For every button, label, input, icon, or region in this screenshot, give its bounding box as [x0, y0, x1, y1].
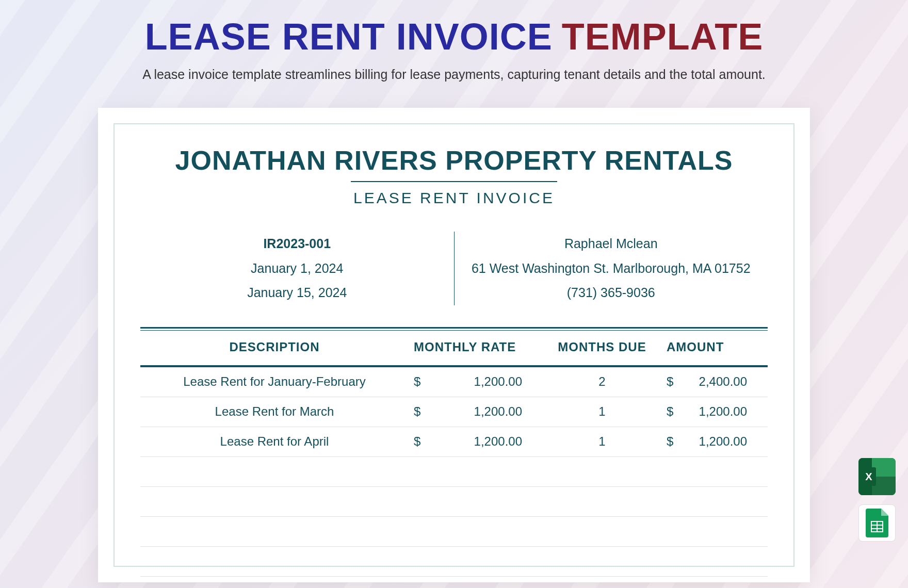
table-header-row: DESCRIPTION MONTHLY RATE MONTHS DUE AMOU… [140, 331, 768, 364]
table-row-empty [140, 547, 768, 577]
svg-rect-3 [872, 526, 877, 528]
cell-rate: $1,200.00 [409, 374, 543, 389]
format-icons [858, 458, 896, 542]
cell-description: Lease Rent for April [140, 434, 409, 449]
table-body: Lease Rent for January-February$1,200.00… [140, 367, 768, 589]
svg-rect-1 [872, 522, 877, 525]
document-card: JONATHAN RIVERS PROPERTY RENTALS LEASE R… [98, 108, 810, 582]
meta-row: IR2023-001 January 1, 2024 January 15, 2… [140, 232, 768, 305]
cell-rate: $1,200.00 [409, 434, 543, 449]
meta-right-column: Raphael Mclean 61 West Washington St. Ma… [455, 232, 768, 305]
document-type: LEASE RENT INVOICE [140, 189, 768, 207]
invoice-date-2: January 15, 2024 [140, 281, 454, 305]
company-name: JONATHAN RIVERS PROPERTY RENTALS [140, 145, 768, 176]
tenant-name: Raphael Mclean [455, 232, 768, 256]
cell-amount: $2,400.00 [661, 374, 768, 389]
tenant-address: 61 West Washington St. Marlborough, MA 0… [455, 256, 768, 281]
svg-rect-4 [878, 526, 882, 528]
col-header-months: MONTHS DUE [543, 340, 661, 354]
table-row-empty [140, 487, 768, 517]
svg-rect-6 [878, 529, 882, 531]
cell-rate: $1,200.00 [409, 404, 543, 419]
svg-rect-2 [878, 522, 882, 525]
sheets-glyph-icon [866, 509, 888, 537]
meta-left-column: IR2023-001 January 1, 2024 January 15, 2… [140, 232, 455, 305]
title-accent: TEMPLATE [562, 16, 764, 57]
tenant-phone: (731) 365-9036 [455, 281, 768, 305]
table-row: Lease Rent for January-February$1,200.00… [140, 367, 768, 397]
table-row-empty [140, 457, 768, 487]
col-header-amount: AMOUNT [661, 340, 768, 354]
invoice-number: IR2023-001 [140, 232, 454, 256]
cell-months: 1 [543, 434, 661, 449]
table-row: Lease Rent for April$1,200.001$1,200.00 [140, 427, 768, 457]
cell-months: 1 [543, 404, 661, 419]
cell-description: Lease Rent for January-February [140, 374, 409, 389]
table-row-empty [140, 517, 768, 547]
company-underline [351, 181, 557, 182]
table-row: Lease Rent for March$1,200.001$1,200.00 [140, 397, 768, 427]
col-header-description: DESCRIPTION [140, 340, 409, 354]
page-subtitle: A lease invoice template streamlines bil… [0, 67, 908, 82]
table-row-empty [140, 577, 768, 589]
document-inner-border: JONATHAN RIVERS PROPERTY RENTALS LEASE R… [113, 123, 794, 567]
cell-amount: $1,200.00 [661, 434, 768, 449]
title-main: LEASE RENT INVOICE [145, 16, 553, 57]
invoice-table: DESCRIPTION MONTHLY RATE MONTHS DUE AMOU… [140, 327, 768, 589]
page-header: LEASE RENT INVOICETEMPLATE A lease invoi… [0, 0, 908, 82]
invoice-date-1: January 1, 2024 [140, 256, 454, 281]
page-title: LEASE RENT INVOICETEMPLATE [0, 15, 908, 58]
table-top-rule [140, 327, 768, 329]
svg-rect-5 [872, 529, 877, 531]
excel-icon[interactable] [858, 458, 896, 495]
cell-amount: $1,200.00 [661, 404, 768, 419]
google-sheets-icon[interactable] [858, 504, 896, 542]
cell-description: Lease Rent for March [140, 404, 409, 419]
col-header-rate: MONTHLY RATE [409, 340, 543, 354]
cell-months: 2 [543, 374, 661, 389]
